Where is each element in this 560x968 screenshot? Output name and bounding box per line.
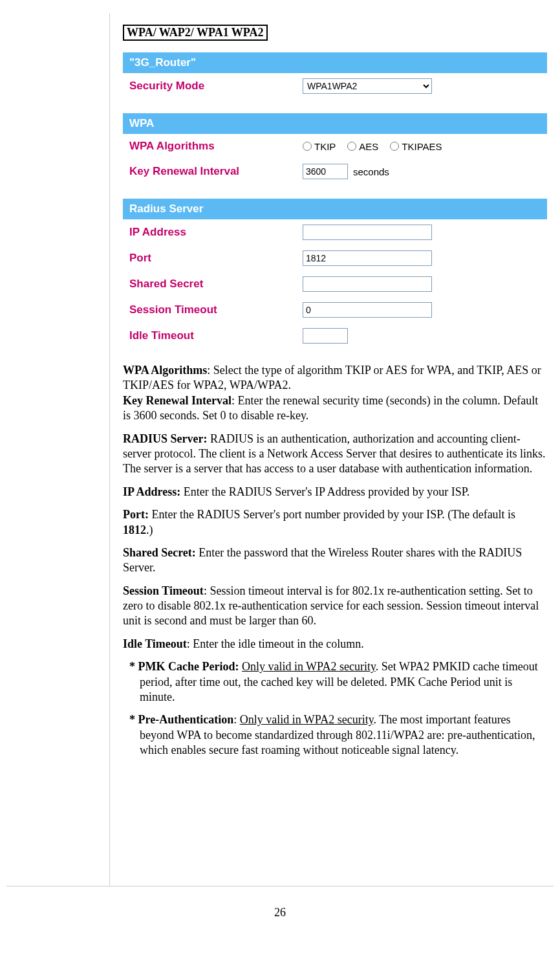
tkip-option[interactable]: TKIP (303, 141, 336, 152)
session-timeout-row: Session Timeout (123, 297, 547, 323)
desc-port: Port: Enter the RADIUS Server's port num… (123, 507, 547, 538)
description-block: WPA Algorithms: Select the type of algor… (123, 363, 547, 758)
router-bar-wpa: WPA (123, 113, 547, 134)
page-number: 26 (6, 906, 554, 919)
security-mode-label: Security Mode (129, 80, 297, 93)
desc-radius-server: RADIUS Server: RADIUS is an authenticati… (123, 432, 547, 477)
shared-secret-label: Shared Secret (129, 278, 297, 291)
aes-label: AES (359, 141, 378, 152)
router-bar-radius: Radius Server (123, 199, 547, 219)
tkipaes-label: TKIPAES (402, 141, 442, 152)
key-renewal-input[interactable] (303, 164, 348, 179)
desc-pre-authentication: * Pre-Authentication: Only valid in WPA2… (123, 712, 547, 758)
ip-address-label: IP Address (129, 226, 297, 239)
port-row: Port (123, 245, 547, 271)
desc-shared-secret: Shared Secret: Enter the password that t… (123, 545, 547, 576)
desc-idle-timeout: Idle Timeout: Enter the idle timeout in … (123, 637, 547, 652)
desc-pmk-cache: * PMK Cache Period: Only valid in WPA2 s… (123, 659, 547, 705)
shared-secret-input[interactable] (303, 276, 432, 292)
section-heading: WPA/ WAP2/ WPA1 WPA2 (123, 25, 268, 41)
aes-option[interactable]: AES (347, 141, 378, 152)
idle-timeout-row: Idle Timeout (123, 323, 547, 349)
desc-key-renewal: Key Renewal Interval: Enter the renewal … (123, 393, 547, 424)
router-config-screenshot: "3G_Router" Security Mode WPA1WPA2 WPA W… (123, 52, 547, 349)
port-input[interactable] (303, 250, 432, 266)
left-column (6, 13, 110, 886)
router-bar-3g: "3G_Router" (123, 52, 547, 73)
shared-secret-row: Shared Secret (123, 271, 547, 297)
session-timeout-label: Session Timeout (129, 303, 297, 316)
key-renewal-label: Key Renewal Interval (129, 165, 297, 178)
wpa-algorithms-label: WPA Algorithms (129, 140, 297, 153)
idle-timeout-label: Idle Timeout (129, 329, 297, 342)
ip-address-input[interactable] (303, 225, 432, 240)
desc-wpa-algorithms: WPA Algorithms: Select the type of algor… (123, 363, 547, 393)
ip-address-row: IP Address (123, 219, 547, 245)
tkip-label: TKIP (314, 141, 336, 152)
tkipaes-option[interactable]: TKIPAES (390, 141, 442, 152)
desc-session-timeout: Session Timeout: Session timeout interva… (123, 584, 547, 629)
tkipaes-radio[interactable] (390, 142, 399, 151)
right-column: WPA/ WAP2/ WPA1 WPA2 "3G_Router" Securit… (110, 13, 554, 886)
tkip-radio[interactable] (303, 142, 312, 151)
wpa-algorithms-row: WPA Algorithms TKIP AES TKIPAES (123, 134, 547, 159)
session-timeout-input[interactable] (303, 302, 432, 318)
key-renewal-row: Key Renewal Interval seconds (123, 159, 547, 184)
key-renewal-unit: seconds (353, 166, 389, 177)
desc-ip-address: IP Address: Enter the RADIUS Server's IP… (123, 485, 547, 500)
aes-radio[interactable] (347, 142, 356, 151)
idle-timeout-input[interactable] (303, 328, 348, 344)
security-mode-select[interactable]: WPA1WPA2 (303, 78, 432, 94)
port-label: Port (129, 252, 297, 265)
security-mode-row: Security Mode WPA1WPA2 (123, 73, 547, 99)
document-table: WPA/ WAP2/ WPA1 WPA2 "3G_Router" Securit… (6, 13, 554, 886)
